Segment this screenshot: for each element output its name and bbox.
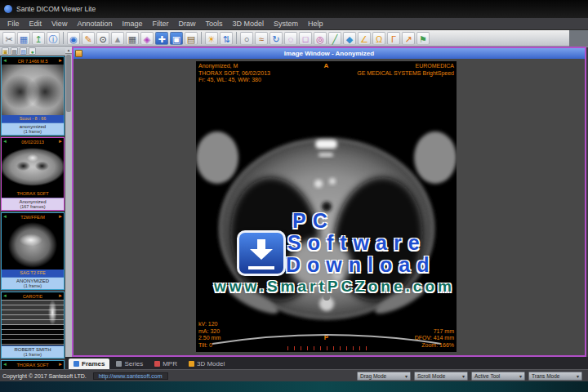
menu-draw[interactable]: Draw bbox=[173, 20, 200, 28]
status-segment-scroll-mode[interactable]: Scroll Mode▾ bbox=[414, 372, 468, 381]
lamp-icon[interactable]: Ω bbox=[372, 32, 385, 45]
brush-icon[interactable]: ✎ bbox=[82, 32, 95, 45]
overlay-line: kV: 120 bbox=[198, 321, 220, 328]
website-link[interactable]: http://www.santesoft.com bbox=[93, 372, 168, 380]
expand-icon[interactable]: ✚ bbox=[155, 32, 168, 45]
application-window: Sante DICOM Viewer Lite FileEditViewAnno… bbox=[0, 0, 588, 392]
next-frame-icon[interactable]: ► bbox=[58, 57, 63, 65]
next-frame-icon[interactable]: ► bbox=[58, 361, 63, 368]
next-frame-icon[interactable]: ► bbox=[58, 292, 63, 300]
menu-tools[interactable]: Tools bbox=[200, 20, 227, 28]
status-segment-trans-mode[interactable]: Trans Mode▾ bbox=[528, 372, 582, 381]
status-segment-active-tool[interactable]: Active Tool▾ bbox=[471, 372, 525, 381]
next-frame-icon[interactable]: ► bbox=[58, 213, 63, 220]
menu-annotation[interactable]: Annotation bbox=[72, 20, 117, 28]
prev-frame-icon[interactable]: ◄ bbox=[2, 138, 7, 145]
scrollbar-thumb[interactable] bbox=[66, 55, 71, 112]
magnifier-icon[interactable]: ○ bbox=[240, 32, 253, 45]
color-wheel-icon[interactable]: ◎ bbox=[314, 32, 327, 45]
line-tool-icon[interactable]: ╱ bbox=[328, 32, 341, 45]
tag-icon[interactable]: ▧ bbox=[20, 47, 27, 55]
folder-icon[interactable]: ▣ bbox=[2, 47, 9, 55]
pin-icon[interactable]: ● bbox=[29, 47, 36, 55]
prev-frame-icon[interactable]: ◄ bbox=[2, 57, 7, 65]
copyright-text: Copyright © 2017 Santesoft LTD. bbox=[2, 373, 87, 379]
status-segment-label: Active Tool bbox=[474, 373, 500, 379]
thumbnail-mri[interactable]: ◄T2W/FFE/M►SAG T2 FFEANONYMIZED(1 frame) bbox=[1, 212, 65, 290]
image-window-titlebar[interactable]: Image Window - Anonymized bbox=[74, 48, 585, 59]
thumbnail-image-xray[interactable] bbox=[2, 65, 64, 115]
prev-frame-icon[interactable]: ◄ bbox=[2, 292, 7, 300]
thumbnail-image-ct[interactable] bbox=[2, 145, 64, 190]
thumbnail-header-text: 06/02/2013 bbox=[21, 140, 44, 145]
corner-icon[interactable]: Γ bbox=[387, 32, 400, 45]
mask-icon[interactable]: ▲ bbox=[111, 32, 124, 45]
thumbnail-header-text: CR 7.1466 M.5 bbox=[18, 59, 48, 64]
app-titlebar[interactable]: Sante DICOM Viewer Lite bbox=[0, 0, 588, 18]
tab-3d-model[interactable]: 3D Model bbox=[184, 359, 229, 369]
pages-icon[interactable]: ▤ bbox=[185, 32, 198, 45]
thumbnail-header-bar: ◄CR 7.1466 M.5► bbox=[2, 57, 64, 65]
overlay-line: Tilt: 0 bbox=[198, 342, 220, 350]
wl-arrows-icon[interactable]: ⇅ bbox=[220, 32, 233, 45]
menu-help[interactable]: Help bbox=[303, 20, 328, 28]
scroll-up-icon[interactable]: ▴ bbox=[65, 47, 72, 54]
menu-3d-model[interactable]: 3D Model bbox=[227, 20, 269, 28]
cine-icon[interactable]: ◉ bbox=[67, 32, 80, 45]
tab-mpr[interactable]: MPR bbox=[149, 359, 182, 369]
thumbnail-ct[interactable]: ◄THORAX SOFT► bbox=[1, 360, 65, 369]
thumbnail-footer-text: SAG T2 FFE bbox=[2, 270, 64, 277]
menu-system[interactable]: System bbox=[269, 20, 303, 28]
thumbnail-ct[interactable]: ◄06/02/2013►THORAX SOFTAnonymized(167 fr… bbox=[1, 137, 65, 211]
export-icon[interactable]: ↥ bbox=[32, 32, 45, 45]
grid-icon[interactable]: ▦ bbox=[126, 32, 139, 45]
film-icon[interactable]: ▤ bbox=[11, 47, 18, 55]
rotate-icon[interactable]: ↻ bbox=[270, 32, 283, 45]
arrow-annotate-icon[interactable]: ↗ bbox=[402, 32, 415, 45]
menu-edit[interactable]: Edit bbox=[24, 20, 47, 28]
fit-icon[interactable]: ▣ bbox=[170, 32, 183, 45]
thumbnail-image-mri[interactable] bbox=[2, 220, 64, 270]
ct-axial-image bbox=[196, 61, 457, 352]
tab-series[interactable]: Series bbox=[111, 359, 148, 369]
overlay-line: Zoom: 166% bbox=[415, 342, 454, 350]
thumbnail-us[interactable]: ◄CAROTID►ROBERT SMITH(1 frame) bbox=[1, 292, 65, 359]
dropdown-arrow-icon[interactable]: ▾ bbox=[577, 373, 579, 379]
roi-rect-icon[interactable]: □ bbox=[299, 32, 312, 45]
cut-icon[interactable]: ✂ bbox=[2, 32, 16, 45]
tab-label: Series bbox=[124, 360, 143, 368]
prev-frame-icon[interactable]: ◄ bbox=[2, 361, 7, 368]
sidebar-scrollbar[interactable]: ▴ bbox=[65, 47, 72, 369]
dropdown-arrow-icon[interactable]: ▾ bbox=[405, 373, 408, 379]
image-icon[interactable]: ▦ bbox=[17, 32, 30, 45]
next-frame-icon[interactable]: ► bbox=[58, 138, 63, 145]
polyline-icon[interactable]: ◆ bbox=[343, 32, 356, 45]
dropdown-arrow-icon[interactable]: ▾ bbox=[462, 373, 465, 379]
roi-ellipse-icon[interactable]: ◌ bbox=[284, 32, 297, 45]
series-tab-icon bbox=[116, 361, 122, 367]
menu-image[interactable]: Image bbox=[117, 20, 147, 28]
image-canvas[interactable]: Anonymized, MTHORAX SOFT, 06/02/2013Fr: … bbox=[74, 59, 585, 355]
thumbnail-frame-count: (1 frame) bbox=[2, 352, 64, 357]
status-segment-drag-mode[interactable]: Drag Mode▾ bbox=[357, 372, 411, 381]
palette-icon[interactable]: ◈ bbox=[140, 32, 154, 45]
menu-filter[interactable]: Filter bbox=[147, 20, 173, 28]
dropdown-arrow-icon[interactable]: ▾ bbox=[519, 373, 522, 379]
info-icon[interactable]: ⓘ bbox=[47, 32, 60, 45]
flag-icon[interactable]: ⚑ bbox=[416, 32, 430, 45]
toolbar-separator bbox=[201, 32, 202, 44]
thumbnail-xray[interactable]: ◄CR 7.1466 M.5►Scout - 8 : 66anonymized(… bbox=[1, 56, 65, 136]
prev-frame-icon[interactable]: ◄ bbox=[2, 213, 7, 220]
wl-preset-icon[interactable]: ≈ bbox=[255, 32, 268, 45]
eye-icon[interactable]: ⊙ bbox=[96, 32, 109, 45]
thumbnail-image-us[interactable] bbox=[2, 300, 64, 345]
tab-label: MPR bbox=[163, 360, 177, 368]
brightness-icon[interactable]: ☀ bbox=[205, 32, 218, 45]
dicom-image-area[interactable]: Anonymized, MTHORAX SOFT, 06/02/2013Fr: … bbox=[196, 61, 457, 352]
menu-file[interactable]: File bbox=[2, 20, 24, 28]
thumbnail-frame-count: (1 frame) bbox=[2, 129, 64, 134]
tab-frames[interactable]: Frames bbox=[69, 359, 109, 369]
overlay-line: THORAX SOFT, 06/02/2013 bbox=[198, 70, 270, 78]
menu-view[interactable]: View bbox=[47, 20, 72, 28]
protractor-icon[interactable]: ∠ bbox=[358, 32, 371, 45]
